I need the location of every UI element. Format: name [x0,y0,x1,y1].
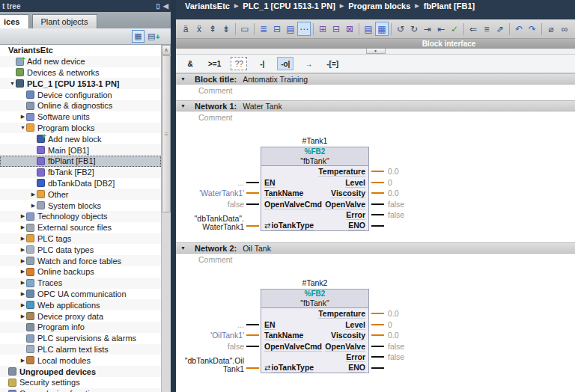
block-input-param[interactable]: TankName [264,189,303,197]
block-output-param[interactable]: Viscosity [331,189,365,197]
block-header[interactable]: %FB2"fbTank" [261,147,369,166]
monitoring-glasses-icon[interactable]: ∞ [558,22,571,36]
tree-item[interactable]: fbTank [FB2] [0,167,161,178]
statement-view-icon[interactable]: ▤ [362,22,375,36]
tree-item[interactable]: Cross-device functions [0,388,161,392]
block-input-operand[interactable]: false [176,199,244,210]
block-output-param[interactable]: Temperature [318,309,365,318]
tree-expand-icon[interactable]: ▶ [19,213,26,219]
block-instance-label[interactable]: #Tank2 [261,278,369,287]
block-comment[interactable]: Comment [176,85,575,97]
tree-item[interactable]: ▶Other [0,189,161,200]
tree-item[interactable]: ▶PLC data types [0,244,161,255]
insert-network-icon[interactable]: ⇐ [466,22,480,36]
block-input-operand[interactable]: false [176,341,244,352]
syntax-check-icon[interactable]: ✓ [448,22,461,36]
call-structure-icon[interactable]: ≡ [480,22,493,36]
collapse-arrow-icon[interactable]: ▼ [180,245,186,251]
operand-text[interactable]: ... [237,178,244,187]
block-output-param[interactable]: Error [346,210,365,219]
tree-expand-icon[interactable]: ▶ [19,247,26,253]
jump-back-icon[interactable]: ↶ [512,22,526,36]
favorites-toggle-icon[interactable]: ▦ [375,22,389,36]
snapshot-icon[interactable]: ▮ [571,22,575,36]
block-input-operand[interactable]: "dbTankData". WaterTank1 [176,221,244,232]
upload-block-icon[interactable]: ⇤ [434,22,448,36]
tree-expand-icon[interactable]: ▶ [30,203,37,209]
network-title[interactable]: Oil Tank [243,244,271,253]
block-output-value[interactable]: false [386,199,575,210]
block-output-param[interactable]: OpenValve [325,200,365,209]
tree-expand-icon[interactable]: ▶ [19,302,26,308]
block-input-param[interactable]: OpenValveCmd [264,342,322,351]
details-view-icon[interactable]: ▦ [132,30,144,43]
tree-item[interactable]: ▶System blocks [0,200,161,211]
tree-item[interactable]: fbPlant [FB1] [0,156,161,167]
network-comment[interactable]: Comment [176,254,575,266]
operand-text[interactable]: 'OilTank1' [210,331,244,340]
block-input-param[interactable]: OpenValveCmd [264,200,322,209]
tree-expand-icon[interactable]: ▶ [19,358,26,364]
interface-splitter-handle[interactable]: ▼ [366,49,386,54]
operand-text[interactable]: false [228,200,244,209]
tree-item[interactable]: ▼Program blocks [0,123,161,134]
tree-item[interactable]: Device configuration [0,89,161,100]
block-output-param[interactable]: ENO [348,221,365,230]
tree-item[interactable]: ▶Online backups [0,266,161,278]
network-header[interactable]: ▼Network 2:Oil Tank [176,242,575,254]
configure-columns-icon[interactable]: ▤+ [147,30,160,43]
tree-item[interactable]: PLC alarm text lists [0,344,161,355]
tab-plant-objects[interactable]: Plant objects [32,14,97,28]
tree-item[interactable]: +Add new device [0,56,161,67]
collapse-all-networks-icon[interactable]: ⊟ [270,22,284,36]
operand-text[interactable]: 'WaterTank1' [199,189,244,197]
scrollbar-thumb[interactable]: ≡ [162,55,171,212]
tree-item[interactable]: ▶Software units [0,111,161,123]
tree-item[interactable]: ▶Local modules [0,355,161,366]
block-input-operand[interactable]: 'WaterTank1' [176,188,244,199]
network-header[interactable]: ▼Network 1:Water Tank [176,100,575,111]
block-input-operand[interactable]: "dbTankData".Oil Tank1 [176,363,244,374]
hide-absolute-operands-icon[interactable]: ẍ [192,22,206,36]
tree-item[interactable]: Main [OB1] [0,144,161,156]
tree-expand-icon[interactable]: ▶ [19,224,26,230]
assignment-favorite[interactable]: -[=] [323,57,341,70]
tree-item[interactable]: ▶Technology objects [0,211,161,222]
block-output-param[interactable]: Level [345,320,365,329]
network-overview-icon[interactable]: ▭ [238,22,252,36]
breadcrumb-item[interactable]: Program blocks [348,1,410,10]
block-input-operand[interactable]: ... [176,319,244,331]
breadcrumb-item[interactable]: fbPlant [FB1] [424,1,475,10]
operand-text[interactable]: "dbTankData". WaterTank1 [195,215,244,231]
tree-item[interactable]: ▶Traces [0,278,161,289]
network-comment[interactable]: Comment [176,111,575,123]
breadcrumb-item[interactable]: VariantsEtc [185,1,230,10]
tree-scrollbar[interactable]: ∧ ≡ [161,45,171,392]
scroll-up-icon[interactable]: ∧ [162,45,171,55]
tree-expand-icon[interactable]: ▶ [19,280,26,286]
block-title-value[interactable]: Antomatix Training [243,75,308,84]
compress-networks-icon[interactable]: ▤ [284,22,297,36]
block-output-param[interactable]: Level [345,178,365,187]
next-error-icon[interactable]: ↻ [407,22,421,36]
tree-item[interactable]: Program info [0,322,161,333]
negate-input-favorite[interactable]: -| [254,57,270,70]
block-interface-bar[interactable]: Block interface [176,39,575,49]
find-replace-icon[interactable]: ⌀ [544,22,558,36]
block-title-bar[interactable]: ▼ Block title: Antomatix Training [176,73,575,85]
collapse-arrow-icon[interactable]: ▼ [180,103,186,108]
block-input-param[interactable]: ⇄ioTankType [264,221,314,230]
block-output-value[interactable]: 0 [386,177,575,189]
block-output-value[interactable]: 0 [386,319,575,331]
collapse-arrow-icon[interactable]: ▼ [180,76,186,82]
pane-splitter[interactable] [171,12,176,392]
network-comments-toggle-icon[interactable]: ⋯ [297,22,311,36]
or-box-favorite[interactable]: >=1 [205,57,224,70]
operand-text[interactable]: ... [237,320,244,329]
show-absolute-operands-icon[interactable]: ä [179,22,192,36]
block-input-operand[interactable]: 'OilTank1' [176,330,244,341]
empty-box-favorite[interactable]: ?? [231,57,247,70]
pane-float-icon[interactable]: ▯ [156,2,159,10]
tree-item[interactable]: Devices & networks [0,67,161,79]
block-input-param[interactable]: ⇄ioTankType [264,363,314,372]
